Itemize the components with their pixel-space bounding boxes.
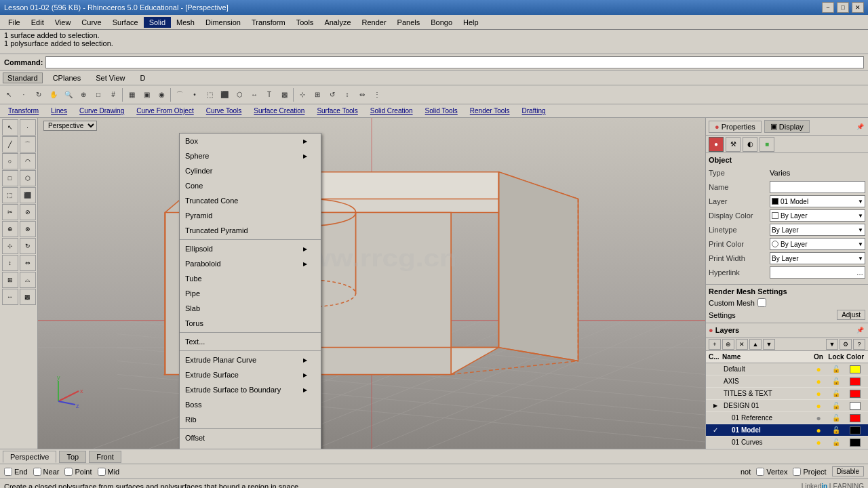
tab-d[interactable]: D: [135, 73, 150, 83]
tab-perspective[interactable]: Perspective: [3, 451, 56, 463]
layer-color-01curves[interactable]: [845, 439, 865, 447]
layer-lock-design01[interactable]: 🔓: [827, 402, 845, 409]
tab-set-view[interactable]: Set View: [91, 73, 130, 83]
toolbar-dot-icon[interactable]: ·: [16, 87, 31, 102]
layers-pin-icon[interactable]: 📌: [854, 325, 865, 336]
menu-ellipsoid[interactable]: Ellipsoid▶: [180, 241, 321, 256]
minimize-button[interactable]: −: [822, 2, 834, 13]
tab-curve-tools[interactable]: Curve Tools: [201, 106, 248, 115]
menu-tools[interactable]: Tools: [291, 17, 319, 28]
left-explode-btn[interactable]: ⊗: [20, 221, 36, 237]
layer-titles-text[interactable]: TITLES & TEXT ● 🔓: [706, 388, 868, 400]
snap-point-checkbox[interactable]: [64, 468, 73, 476]
layer-color-titles[interactable]: [845, 390, 865, 398]
left-join-btn[interactable]: ⊕: [2, 221, 18, 237]
layer-on-01curves[interactable]: ●: [810, 438, 827, 447]
layer-lock-01ref[interactable]: 🔓: [827, 414, 845, 422]
menu-pyramid[interactable]: Pyramid: [180, 208, 321, 223]
perspective-viewport[interactable]: www.rrcg.cn Perspective Top Front Right …: [38, 118, 705, 449]
menu-cone[interactable]: Cone: [180, 178, 321, 193]
filter-btn[interactable]: ▼: [826, 339, 838, 350]
toolbar-text-icon[interactable]: T: [262, 87, 277, 102]
left-dim-btn[interactable]: ↔: [2, 289, 18, 305]
snap-near-checkbox[interactable]: [33, 468, 41, 476]
toolbar-array-icon[interactable]: ⋮: [370, 87, 384, 102]
tab-curve-drawing[interactable]: Curve Drawing: [74, 106, 130, 115]
layer-lock-01curves[interactable]: 🔓: [827, 439, 845, 446]
layer-color-design01[interactable]: [845, 402, 865, 410]
viewport-dropdown[interactable]: Perspective Top Front Right: [43, 121, 97, 131]
move-layer-down-btn[interactable]: ▼: [763, 339, 775, 350]
left-solid-btn[interactable]: ⬛: [20, 187, 36, 203]
layer-color-01ref[interactable]: [845, 414, 865, 422]
toolbar-surface-icon[interactable]: ⬚: [202, 87, 217, 102]
tab-curve-from-object[interactable]: Curve From Object: [131, 106, 199, 115]
prop-layer-dropdown[interactable]: 01 Model ▼: [770, 195, 865, 207]
toolbar-hatch-icon[interactable]: ▩: [277, 87, 292, 102]
layer-default[interactable]: Default ● 🔓: [706, 363, 868, 375]
layer-on-design01[interactable]: ●: [810, 401, 827, 411]
new-sub-layer-btn[interactable]: ⊕: [722, 339, 734, 350]
toolbar-dim-icon[interactable]: ↔: [247, 87, 262, 102]
menu-sphere[interactable]: Sphere▶: [180, 148, 321, 163]
menu-edit[interactable]: Edit: [26, 17, 50, 28]
layer-lock-titles[interactable]: 🔓: [827, 390, 845, 397]
layer-on-01model[interactable]: ●: [810, 426, 827, 435]
menu-view[interactable]: View: [50, 17, 77, 28]
menu-extrude-surface[interactable]: Extrude Surface▶: [180, 367, 321, 382]
command-input[interactable]: [45, 56, 864, 68]
layer-design01[interactable]: ▶ DESIGN 01 ● 🔓: [706, 400, 868, 412]
layer-color-default[interactable]: [845, 365, 865, 373]
layer-on-01ref[interactable]: ●: [810, 413, 827, 423]
tab-cplanes[interactable]: CPlanes: [48, 73, 86, 83]
toolbar-mirror-icon[interactable]: ⇔: [355, 87, 370, 102]
toolbar-scale-icon[interactable]: ↕: [340, 87, 355, 102]
menu-fillet-edge[interactable]: Fillet Edge▶: [180, 445, 321, 449]
menu-extrude-surface-boundary[interactable]: Extrude Surface to Boundary▶: [180, 382, 321, 397]
layer-color-01model[interactable]: [845, 426, 865, 434]
menu-torus[interactable]: Torus: [180, 316, 321, 331]
snap-project-checkbox[interactable]: [793, 468, 801, 476]
toolbar-curve-icon[interactable]: ⌒: [172, 87, 187, 102]
toolbar-solid-icon[interactable]: ⬛: [217, 87, 232, 102]
toolbar-move-icon[interactable]: ⊹: [295, 87, 310, 102]
menu-solid[interactable]: Solid: [144, 17, 171, 28]
menu-slab[interactable]: Slab: [180, 301, 321, 316]
layer-color-axis[interactable]: [845, 378, 865, 386]
menu-extrude-planar[interactable]: Extrude Planar Curve▶: [180, 352, 321, 367]
toolbar-point-icon[interactable]: •: [187, 87, 202, 102]
left-hatch-btn[interactable]: ▩: [20, 289, 36, 305]
layer-lock-default[interactable]: 🔓: [827, 365, 845, 373]
menu-rib[interactable]: Rib: [180, 412, 321, 427]
left-select-btn[interactable]: ↖: [2, 119, 18, 136]
tab-solid-creation[interactable]: Solid Creation: [365, 106, 418, 115]
menu-help[interactable]: Help: [458, 17, 484, 28]
prop-name-input[interactable]: [770, 181, 865, 193]
toolbar-rotate-icon[interactable]: ↻: [31, 87, 46, 102]
layer-on-titles[interactable]: ●: [810, 389, 827, 399]
disable-button[interactable]: Disable: [832, 466, 864, 476]
tab-front[interactable]: Front: [89, 451, 121, 463]
layer-01-curves[interactable]: 01 Curves ● 🔓: [706, 436, 868, 449]
prop-print-width-dropdown[interactable]: By Layer ▼: [770, 252, 865, 264]
layer-lock-axis[interactable]: 🔓: [827, 378, 845, 385]
toolbar-arrow-icon[interactable]: ↖: [1, 87, 16, 102]
snap-mid-checkbox[interactable]: [98, 468, 106, 476]
menu-mesh[interactable]: Mesh: [171, 17, 200, 28]
menu-bongo[interactable]: Bongo: [425, 17, 458, 28]
left-split-btn[interactable]: ⊘: [20, 204, 36, 220]
panel-pin-icon[interactable]: 📌: [854, 121, 865, 132]
tab-drafting[interactable]: Drafting: [517, 106, 551, 115]
left-point-btn[interactable]: ·: [20, 119, 36, 136]
toolbar-wire-icon[interactable]: ▦: [124, 87, 139, 102]
toolbar-mesh-icon[interactable]: ⬡: [232, 87, 247, 102]
layer-settings-btn[interactable]: ⚙: [840, 339, 852, 350]
menu-cylinder[interactable]: Cylinder: [180, 163, 321, 178]
sphere-icon[interactable]: ◐: [743, 137, 757, 152]
menu-surface[interactable]: Surface: [107, 17, 144, 28]
toolbar-render-icon[interactable]: ◉: [154, 87, 169, 102]
layer-axis[interactable]: AXIS ● 🔓: [706, 375, 868, 388]
left-circle-btn[interactable]: ○: [2, 153, 18, 169]
toolbar-copy-icon[interactable]: ⊞: [310, 87, 325, 102]
left-arc-btn[interactable]: ◠: [20, 153, 36, 169]
